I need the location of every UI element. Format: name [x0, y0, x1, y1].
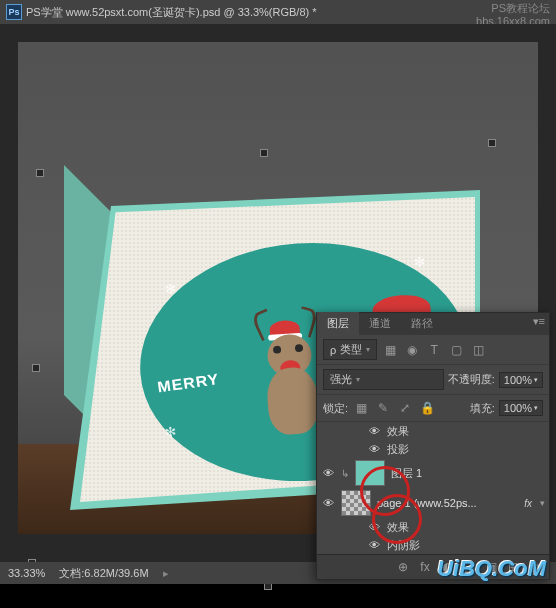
fill-input[interactable]: 100%▾	[499, 400, 543, 416]
filter-row: ρ类型▾ ▦ ◉ T ▢ ◫	[317, 335, 549, 365]
opacity-input[interactable]: 100%▾	[499, 372, 543, 388]
chevron-down-icon: ▾	[366, 345, 370, 354]
effects-header[interactable]: 👁 效果	[317, 518, 549, 536]
lock-transparency-icon[interactable]: ▦	[352, 399, 370, 417]
filter-label: 类型	[340, 342, 362, 357]
effects-label: 效果	[387, 520, 409, 535]
layer-name[interactable]: 图层 1	[391, 466, 545, 481]
layer-list[interactable]: 👁 效果 👁 投影 👁 ↳ 图层 1 👁 page 1 (www.52ps...…	[317, 422, 549, 554]
lock-all-icon[interactable]: 🔒	[418, 399, 436, 417]
layers-panel[interactable]: 图层 通道 路径 ▾≡ ρ类型▾ ▦ ◉ T ▢ ◫ 强光▾ 不透明度: 100…	[316, 312, 550, 580]
visibility-toggle[interactable]: 👁	[367, 520, 381, 534]
merry-text: MERRY	[156, 371, 220, 396]
status-chevron-icon[interactable]: ▸	[163, 567, 169, 580]
filter-adjustment-icon[interactable]: ◉	[403, 341, 421, 359]
effect-inner-shadow[interactable]: 👁 内阴影	[317, 536, 549, 554]
panel-menu-icon[interactable]: ▾≡	[533, 315, 545, 328]
document-title: PS学堂 www.52psxt.com(圣诞贺卡).psd @ 33.3%(RG…	[26, 5, 550, 20]
visibility-toggle[interactable]: 👁	[321, 496, 335, 510]
visibility-toggle[interactable]: 👁	[321, 466, 335, 480]
layer-thumbnail[interactable]	[355, 460, 385, 486]
lock-label: 锁定:	[323, 401, 348, 416]
corner-line1: PS教程论坛	[476, 2, 550, 15]
blend-row: 强光▾ 不透明度: 100%▾	[317, 365, 549, 395]
doc-size: 文档:6.82M/39.6M	[59, 566, 148, 581]
chevron-down-icon: ▾	[356, 375, 360, 384]
lock-row: 锁定: ▦ ✎ ⤢ 🔒 填充: 100%▾	[317, 395, 549, 422]
filter-shape-icon[interactable]: ▢	[447, 341, 465, 359]
snowflake-icon: ✻	[413, 253, 428, 267]
layer-row[interactable]: 👁 ↳ 图层 1	[317, 458, 549, 488]
chevron-down-icon: ▾	[534, 404, 538, 412]
link-layers-icon[interactable]: ⊕	[395, 559, 411, 575]
visibility-toggle[interactable]: 👁	[367, 442, 381, 456]
tab-paths[interactable]: 路径	[401, 312, 443, 335]
zoom-level[interactable]: 33.33%	[8, 567, 45, 579]
transform-handle[interactable]	[260, 149, 268, 157]
reindeer-body	[265, 366, 320, 436]
effects-label: 效果	[387, 424, 409, 439]
effect-name: 投影	[387, 442, 409, 457]
tab-channels[interactable]: 通道	[359, 312, 401, 335]
effect-name: 内阴影	[387, 538, 420, 553]
fill-value: 100%	[504, 402, 532, 414]
tab-layers[interactable]: 图层	[317, 312, 359, 335]
snowflake-icon: ✻	[164, 280, 179, 294]
lock-pixels-icon[interactable]: ✎	[374, 399, 392, 417]
transform-handle[interactable]	[32, 364, 40, 372]
visibility-toggle[interactable]: 👁	[367, 538, 381, 552]
transform-handle[interactable]	[36, 169, 44, 177]
clip-indicator-icon: ↳	[341, 468, 349, 479]
layer-name[interactable]: page 1 (www.52ps...	[377, 497, 518, 509]
opacity-value: 100%	[504, 374, 532, 386]
blend-mode-dropdown[interactable]: 强光▾	[323, 369, 444, 390]
fill-label: 填充:	[470, 401, 495, 416]
fx-badge[interactable]: fx	[524, 498, 532, 509]
filter-smart-icon[interactable]: ◫	[469, 341, 487, 359]
effects-header[interactable]: 👁 效果	[317, 422, 549, 440]
watermark-text: UiBQ.CoM	[437, 556, 546, 582]
opacity-label: 不透明度:	[448, 372, 495, 387]
layer-thumbnail[interactable]	[341, 490, 371, 516]
photoshop-icon: Ps	[6, 4, 22, 20]
layer-style-icon[interactable]: fx	[417, 559, 433, 575]
snowflake-icon: ✻	[164, 423, 179, 437]
filter-type-icon[interactable]: T	[425, 341, 443, 359]
fx-expand-icon[interactable]: ▾	[540, 498, 545, 508]
effect-drop-shadow[interactable]: 👁 投影	[317, 440, 549, 458]
titlebar: Ps PS学堂 www.52psxt.com(圣诞贺卡).psd @ 33.3%…	[0, 0, 556, 24]
layer-row[interactable]: 👁 page 1 (www.52ps... fx ▾	[317, 488, 549, 518]
transform-handle[interactable]	[488, 139, 496, 147]
filter-type-dropdown[interactable]: ρ类型▾	[323, 339, 377, 360]
filter-pixel-icon[interactable]: ▦	[381, 341, 399, 359]
chevron-down-icon: ▾	[534, 376, 538, 384]
lock-position-icon[interactable]: ⤢	[396, 399, 414, 417]
blend-mode-value: 强光	[330, 372, 352, 387]
visibility-toggle[interactable]: 👁	[367, 424, 381, 438]
panel-tabs: 图层 通道 路径 ▾≡	[317, 313, 549, 335]
